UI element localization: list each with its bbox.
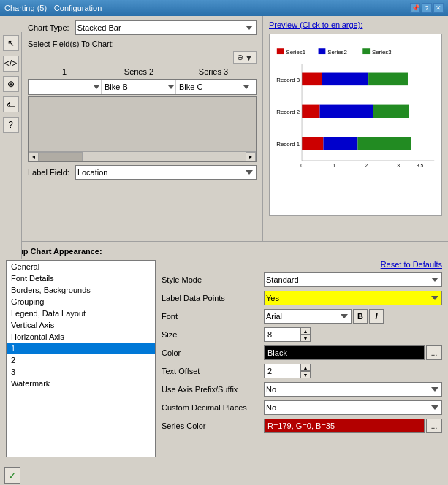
svg-rect-17 [357, 137, 411, 150]
text-offset-input[interactable] [264, 364, 300, 378]
dropdown-arrow-icon: ▼ [245, 53, 253, 62]
color-picker-button[interactable]: ... [426, 345, 442, 360]
series-header-2: Series 2 [102, 66, 175, 77]
series-select-2[interactable]: Bike B [103, 80, 176, 94]
series-header-3: Series 3 [177, 66, 250, 77]
series-color-picker-button[interactable]: ... [426, 419, 442, 433]
font-select[interactable]: Arial [264, 309, 352, 324]
scroll-thumb[interactable] [39, 152, 83, 162]
list-item-3[interactable]: 3 [7, 366, 155, 378]
decimal-select[interactable]: No [264, 400, 442, 415]
list-item-vertical-axis[interactable]: Vertical Axis [7, 319, 155, 331]
svg-rect-0 [277, 48, 284, 54]
bold-button[interactable]: B [353, 309, 368, 324]
config-right: Reset to Defaults Style Mode Standard La… [162, 260, 442, 451]
text-offset-increment-button[interactable]: ▲ [300, 364, 311, 371]
globe-icon[interactable]: ⊕ [3, 76, 19, 92]
axis-prefix-control: No [264, 382, 442, 397]
svg-text:Record 1: Record 1 [276, 141, 300, 148]
size-decrement-button[interactable]: ▼ [300, 335, 311, 342]
tag-icon[interactable]: 🏷 [3, 96, 19, 112]
series-color-label: Series Color [162, 421, 264, 430]
help-button[interactable]: ? [422, 3, 432, 13]
svg-rect-14 [373, 105, 409, 118]
svg-text:1: 1 [333, 163, 335, 168]
style-mode-control: Standard [264, 272, 442, 287]
label-data-select[interactable]: Yes [264, 291, 442, 305]
list-item-borders[interactable]: Borders, Backgrounds [7, 284, 155, 296]
label-field-row: Label Field: Location [28, 165, 257, 180]
style-mode-select[interactable]: Standard [264, 272, 442, 287]
preview-panel: Preview (Click to enlarge): Series1 Seri… [263, 16, 448, 241]
text-offset-decrement-button[interactable]: ▼ [300, 371, 311, 378]
label-data-control: Yes [264, 291, 442, 305]
horizontal-scrollbar[interactable]: ◂ ▸ [29, 151, 256, 161]
text-offset-control: ▲ ▼ [264, 364, 442, 378]
size-input[interactable] [264, 327, 300, 342]
scroll-right-button[interactable]: ▸ [246, 152, 256, 162]
series-color-control: ... [264, 419, 442, 433]
code-icon[interactable]: </> [3, 56, 19, 72]
bottom-toolbar: ✓ [0, 465, 448, 485]
preview-chart[interactable]: Series1 Series2 Series3 Record 3 Record … [269, 34, 442, 216]
series-select-1[interactable] [29, 80, 102, 94]
close-button[interactable]: ✕ [433, 3, 444, 13]
series-color-input[interactable] [264, 419, 425, 433]
config-row-size: Size ▲ ▼ [162, 326, 442, 343]
decimal-label: Custom Decimal Places [162, 403, 264, 412]
svg-rect-9 [302, 73, 322, 86]
add-remove-button[interactable]: ⊖ ▼ [233, 51, 257, 64]
list-item-general[interactable]: General [7, 261, 155, 272]
list-item-horizontal-axis[interactable]: Horizontal Axis [7, 331, 155, 343]
preview-title[interactable]: Preview (Click to enlarge): [269, 20, 442, 29]
chart-type-select[interactable]: Stacked Bar [75, 20, 257, 35]
svg-rect-11 [368, 73, 408, 86]
chart-type-row: Chart Type: Stacked Bar [28, 20, 257, 35]
size-spinner-buttons: ▲ ▼ [300, 327, 311, 342]
list-item-grouping[interactable]: Grouping [7, 296, 155, 308]
svg-text:2: 2 [365, 163, 368, 168]
size-increment-button[interactable]: ▲ [300, 327, 311, 335]
list-item-watermark[interactable]: Watermark [7, 378, 155, 389]
list-item-1[interactable]: 1 [7, 343, 155, 354]
list-item-legend[interactable]: Legend, Data Layout [7, 308, 155, 319]
sidebar-icons: ↖ </> ⊕ 🏷 ? [0, 32, 22, 259]
size-label: Size [162, 330, 264, 339]
top-section: Chart Type: Stacked Bar Select Field(s) … [22, 16, 448, 242]
svg-rect-2 [319, 48, 326, 54]
config-row-axis-prefix: Use Axis Prefix/Suffix No [162, 381, 442, 397]
label-field-label: Label Field: [28, 168, 69, 177]
minus-circle-icon: ⊖ [237, 53, 243, 62]
size-control: ▲ ▼ [264, 327, 442, 342]
label-field-select[interactable]: Location [75, 165, 257, 180]
appearance-list[interactable]: General Font Details Borders, Background… [6, 260, 156, 457]
add-remove-row: ⊖ ▼ [28, 51, 257, 64]
config-panel: Chart Type: Stacked Bar Select Field(s) … [22, 16, 263, 241]
series-header-1: 1 [28, 66, 101, 77]
help-icon[interactable]: ? [3, 117, 19, 133]
series-select-3[interactable]: Bike C [178, 80, 251, 94]
svg-rect-16 [323, 137, 357, 150]
cursor-icon[interactable]: ↖ [3, 35, 19, 51]
bottom-section: Setup Chart Appearance: General Font Det… [0, 242, 448, 465]
scroll-track [39, 152, 246, 162]
color-input[interactable] [264, 345, 425, 360]
ok-button[interactable]: ✓ [4, 467, 20, 484]
reset-defaults-link[interactable]: Reset to Defaults [162, 260, 442, 269]
italic-button[interactable]: I [369, 309, 384, 324]
svg-text:Record 2: Record 2 [276, 109, 300, 115]
list-item-font-details[interactable]: Font Details [7, 272, 155, 284]
setup-label: Setup Chart Appearance: [6, 247, 442, 256]
list-item-2[interactable]: 2 [7, 354, 155, 366]
chart-type-label: Chart Type: [28, 23, 69, 32]
window-title: Charting (5) - Configuration [4, 4, 102, 12]
text-offset-label: Text Offset [162, 367, 264, 375]
scroll-left-button[interactable]: ◂ [29, 152, 39, 162]
text-offset-spinner: ▲ ▼ [264, 364, 311, 378]
pin-button[interactable]: 📌 [410, 3, 420, 13]
svg-text:Series1: Series1 [286, 49, 306, 56]
axis-prefix-select[interactable]: No [264, 382, 442, 397]
config-row-label-data: Label Data Points Yes [162, 290, 442, 306]
config-row-text-offset: Text Offset ▲ ▼ [162, 363, 442, 379]
config-row-decimal: Custom Decimal Places No [162, 400, 442, 416]
